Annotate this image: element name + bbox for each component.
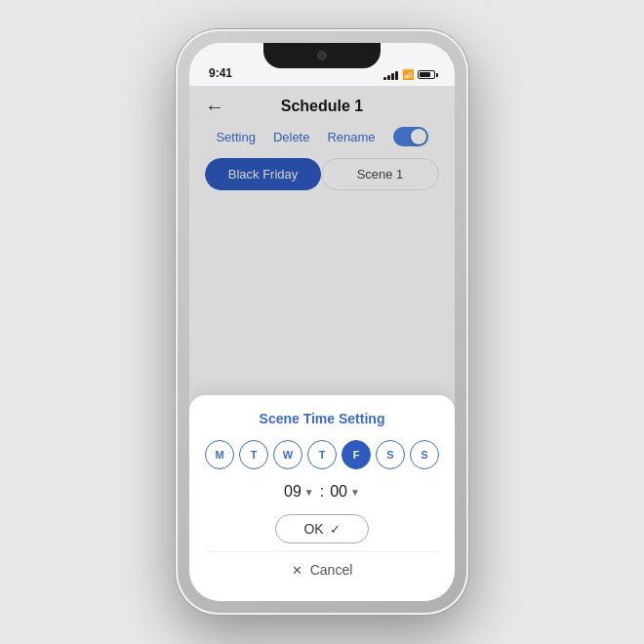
phone-screen: 9:41 📶 ← Schedule 1 (189, 43, 455, 601)
signal-icon (383, 70, 398, 80)
minute-arrow-icon: ▼ (350, 487, 360, 498)
status-time: 9:41 (209, 66, 232, 80)
modal-title: Scene Time Setting (205, 411, 439, 426)
day-monday[interactable]: M (205, 440, 234, 469)
cancel-button[interactable]: ✕ Cancel (205, 551, 439, 582)
day-wednesday[interactable]: W (273, 440, 302, 469)
time-picker: 09 ▼ : 00 ▼ (205, 483, 439, 501)
cancel-label: Cancel (310, 562, 353, 578)
minute-value: 00 (330, 483, 347, 501)
checkmark-icon: ✓ (330, 522, 341, 537)
phone-frame: 9:41 📶 ← Schedule 1 (176, 29, 468, 615)
camera (317, 51, 327, 60)
ok-button-container: OK ✓ (205, 514, 439, 543)
day-sunday[interactable]: S (410, 440, 439, 469)
day-thursday[interactable]: T (307, 440, 337, 469)
day-selector: M T W T F S S (205, 440, 439, 469)
time-colon: : (320, 483, 324, 501)
day-friday[interactable]: F (342, 440, 371, 469)
app-content: ← Schedule 1 Setting Delete Rename Black… (189, 86, 455, 601)
modal-overlay: Scene Time Setting M T W T F S S (189, 86, 455, 601)
close-icon: ✕ (292, 563, 302, 578)
hour-picker[interactable]: 09 ▼ (284, 483, 314, 501)
status-icons: 📶 (383, 69, 435, 80)
hour-arrow-icon: ▼ (304, 487, 314, 498)
minute-picker[interactable]: 00 ▼ (330, 483, 360, 501)
battery-icon (418, 70, 435, 79)
ok-button[interactable]: OK ✓ (275, 514, 368, 543)
wifi-icon: 📶 (402, 69, 414, 80)
hour-value: 09 (284, 483, 302, 501)
day-saturday[interactable]: S (376, 440, 405, 469)
ok-label: OK (303, 521, 323, 537)
modal-card: Scene Time Setting M T W T F S S (189, 395, 455, 601)
day-tuesday[interactable]: T (239, 440, 268, 469)
notch (263, 43, 381, 68)
